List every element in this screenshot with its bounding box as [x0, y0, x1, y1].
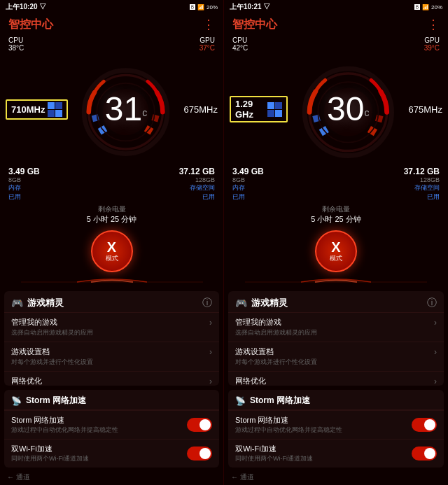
bt-icon: 🅱: [190, 4, 195, 10]
gpu-freq-block: 675MHz: [409, 103, 442, 115]
section-title-row: 🎮 游戏精灵: [235, 297, 288, 309]
blue-sq-1: [48, 102, 55, 109]
storage-status: 已用: [427, 192, 440, 202]
gpu-freq-value: 675MHz: [409, 104, 442, 115]
app-header: 智控中心 ⋮: [0, 14, 223, 34]
menu-item-row-1: 游戏设置档 ›: [11, 346, 212, 357]
gaming-elf-item-0[interactable]: 管理我的游戏 › 选择自动启用游戏精灵的应用: [228, 312, 444, 342]
wifi-status-icon: 📶: [197, 4, 204, 10]
cpu-label: CPU: [8, 36, 24, 44]
mode-container: X 模式: [315, 226, 357, 275]
gaming-elf-item-1[interactable]: 游戏设置档 › 对每个游戏并进行个性化设置: [228, 342, 444, 371]
chevron-icon-1: ›: [209, 347, 212, 357]
gaming-elf-item-2[interactable]: 网络优化 › 游戏开启时自动应用您选择的网络优化功能: [228, 371, 444, 386]
chevron-icon-0: ›: [209, 318, 212, 328]
app-header: 智控中心 ⋮: [224, 14, 448, 34]
gaming-elf-title: 游戏精灵: [27, 297, 64, 309]
phone-panel-right: 上午10:21 ▽ 🅱 📶 20% 智控中心 ⋮ CPU 42°C GPU: [224, 0, 448, 485]
gaming-elf-item-1[interactable]: 游戏设置档 › 对每个游戏并进行个性化设置: [4, 342, 219, 371]
blue-sq-2: [275, 102, 282, 109]
gaming-elf-item-2[interactable]: 网络优化 › 游戏开启时自动应用您选择的网络优化功能: [4, 371, 219, 386]
menu-item-sub-0: 选择自动启用游戏精灵的应用: [235, 328, 437, 337]
gpu-label: GPU: [200, 36, 215, 44]
memory-total: 8GB: [232, 176, 245, 183]
menu-item-title-2: 网络优化: [235, 376, 266, 386]
gpu-freq-value: 675MHz: [184, 104, 218, 115]
gaming-elf-section: 🎮 游戏精灵 ⓘ 管理我的游戏 › 选择自动启用游戏精灵的应用 游戏设置档 ›: [228, 291, 444, 386]
menu-item-title-1: 游戏设置档: [11, 346, 50, 357]
gpu-block: GPU 37°C: [200, 36, 215, 52]
menu-button[interactable]: ⋮: [202, 17, 215, 32]
storage-label: 存储空间: [190, 183, 215, 192]
status-bar: 上午10:20 ▽ 🅱 📶 20%: [0, 0, 223, 14]
mode-text-label: 模式: [330, 254, 342, 263]
toggle-row-1: 双Wi-Fi加速 同时使用两个Wi-Fi通道加速: [4, 439, 219, 468]
status-time: 上午10:21 ▽: [230, 2, 270, 12]
cpu-gpu-row: CPU 42°C GPU 39°C: [224, 36, 448, 52]
cpu-gpu-row: CPU 38°C GPU 37°C: [0, 36, 223, 52]
toggle-switch-1[interactable]: [412, 447, 437, 461]
temp-value: 31: [105, 90, 142, 127]
app-title: 智控中心: [8, 17, 53, 32]
cpu-temp: 38°C: [8, 44, 24, 52]
battery-time: 5 小时 25 分钟: [311, 214, 361, 225]
menu-item-title-2: 网络优化: [11, 376, 42, 386]
gpu-block: GPU 39°C: [424, 36, 440, 52]
toggle-sub-1: 同时使用两个Wi-Fi通道加速: [11, 454, 187, 463]
cpu-temp: 42°C: [232, 44, 248, 52]
memory-left: 3.49 GB 8GB 内存 已用: [232, 167, 264, 202]
chevron-icon-1: ›: [434, 347, 437, 357]
menu-item-sub-1: 对每个游戏并进行个性化设置: [235, 358, 437, 367]
cpu-freq-box: 710MHz: [6, 99, 68, 120]
cpu-block: CPU 38°C: [8, 36, 24, 52]
mode-button[interactable]: X 模式: [91, 230, 133, 272]
gpu-temp: 37°C: [200, 44, 215, 52]
mode-container: X 模式: [91, 226, 133, 275]
storm-title: Storm 网络加速: [26, 395, 86, 407]
menu-button[interactable]: ⋮: [427, 17, 440, 32]
toggle-switch-1[interactable]: [187, 447, 212, 461]
gamepad-icon: 🎮: [11, 297, 23, 309]
storage-right: 37.12 GB 128GB 存储空间 已用: [404, 167, 440, 202]
section-header: 🎮 游戏精灵 ⓘ: [4, 291, 219, 312]
storage-total: 128GB: [195, 176, 215, 183]
toggle-switch-0[interactable]: [412, 418, 437, 432]
gauge-container: 31c: [68, 53, 183, 165]
cpu-block: CPU 42°C: [232, 36, 248, 52]
blue-sq-4: [55, 110, 62, 117]
battery-icon: 20%: [206, 4, 218, 10]
storm-icon: 📡: [11, 396, 22, 406]
gpu-freq-block: 675MHz: [184, 103, 218, 115]
dragon-decoration: [224, 275, 448, 289]
toggle-left-1: 双Wi-Fi加速 同时使用两个Wi-Fi通道加速: [11, 444, 187, 463]
toggle-row-1: 双Wi-Fi加速 同时使用两个Wi-Fi通道加速: [228, 439, 444, 468]
wifi-status-icon: 📶: [422, 4, 429, 10]
blue-sq-3: [48, 110, 55, 117]
mode-button[interactable]: X 模式: [315, 230, 357, 272]
status-time: 上午10:20 ▽: [6, 2, 46, 12]
storage-used: 37.12 GB: [404, 167, 440, 176]
gaming-elf-section: 🎮 游戏精灵 ⓘ 管理我的游戏 › 选择自动启用游戏精灵的应用 游戏设置档 ›: [4, 291, 219, 386]
battery-label: 剩余电量: [311, 204, 361, 214]
toggle-sub-0: 游戏过程中自动优化网络并提高稳定性: [11, 426, 187, 435]
center-temperature: 31c: [105, 92, 147, 126]
memory-label: 内存: [8, 183, 21, 192]
info-icon[interactable]: ⓘ: [202, 297, 212, 309]
battery-row: 剩余电量 5 小时 25 分钟: [87, 203, 137, 226]
memory-row: 3.49 GB 8GB 内存 已用 37.12 GB 128GB 存储空间 已用: [224, 165, 448, 203]
toggle-left-1: 双Wi-Fi加速 同时使用两个Wi-Fi通道加速: [235, 444, 412, 463]
info-icon[interactable]: ⓘ: [427, 297, 437, 309]
cpu-freq-value: 710MHz: [11, 104, 45, 115]
cpu-freq-value: 1.29 GHz: [235, 99, 265, 120]
toggle-row-0: Storm 网络加速 游戏过程中自动优化网络并提高稳定性: [228, 410, 444, 439]
toggle-header: 📡 Storm 网络加速: [228, 390, 444, 410]
toggle-switch-0[interactable]: [187, 418, 212, 432]
menu-item-row-1: 游戏设置档 ›: [235, 346, 437, 357]
memory-total: 8GB: [8, 176, 21, 183]
gamepad-icon: 🎮: [235, 297, 247, 309]
storage-right: 37.12 GB 128GB 存储空间 已用: [179, 167, 215, 202]
chevron-icon-2: ›: [209, 377, 212, 386]
storage-status: 已用: [202, 192, 215, 202]
toggle-label-1: 双Wi-Fi加速: [235, 444, 412, 454]
gaming-elf-item-0[interactable]: 管理我的游戏 › 选择自动启用游戏精灵的应用: [4, 312, 219, 342]
